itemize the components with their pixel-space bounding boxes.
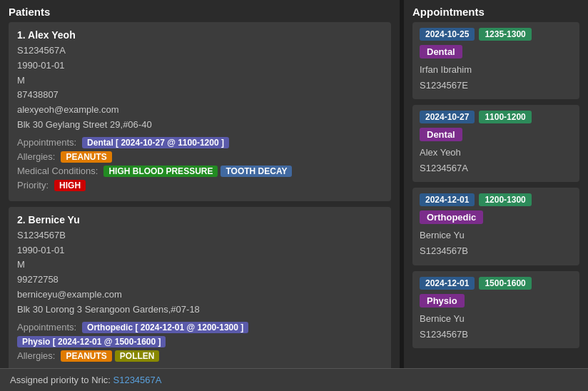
appt-date-3: 2024-12-01	[420, 193, 475, 206]
allergies-label-2: Allergies:	[17, 350, 55, 361]
patient-email-2: berniceyu@example.com	[17, 288, 382, 303]
patient-nric-1: S1234567A	[17, 44, 382, 59]
appointments-panel: Appointments 2024-10-25 1235-1300 Dental…	[404, 0, 588, 368]
patient-dob-2: 1990-01-01	[17, 243, 382, 258]
appointments-header: Appointments	[404, 0, 588, 22]
patient-allergies-field-1: Allergies: PEANUTS	[17, 151, 382, 163]
patient-card-1[interactable]: 1. Alex Yeoh S1234567A 1990-01-01 M 8743…	[9, 22, 391, 201]
patient-gender-1: M	[17, 73, 382, 88]
appointments-label-1: Appointments:	[17, 137, 76, 148]
patients-panel: Patients 1. Alex Yeoh S1234567A 1990-01-…	[0, 0, 400, 368]
appt-date-1: 2024-10-25	[420, 28, 475, 41]
status-text-prefix: Assigned priority to Nric:	[10, 375, 113, 385]
main-area: Patients 1. Alex Yeoh S1234567A 1990-01-…	[0, 0, 588, 368]
patient-priority-field-1: Priority: HIGH	[17, 180, 382, 191]
condition-tag-hbp-1: HIGH BLOOD PRESSURE	[103, 166, 218, 177]
patient-card-2[interactable]: 2. Bernice Yu S1234567B 1990-01-01 M 992…	[9, 207, 391, 368]
priority-label-1: Priority:	[17, 180, 49, 191]
appt-person-name-2: Alex Yeoh	[420, 145, 572, 161]
appt-card-header-1: 2024-10-25 1235-1300	[420, 28, 572, 41]
allergy-tag-peanuts-1: PEANUTS	[61, 151, 111, 163]
appt-time-2: 1100-1200	[479, 111, 531, 123]
appt-person-4: Bernice Yu S1234567B	[420, 311, 572, 342]
status-bar: Assigned priority to Nric: S1234567A	[0, 368, 588, 391]
appt-date-2: 2024-10-27	[420, 111, 475, 123]
patient-dob-1: 1990-01-01	[17, 59, 382, 73]
appt-person-nric-3: S1234567B	[420, 243, 572, 259]
allergy-tag-pollen-2: POLLEN	[115, 350, 160, 362]
appt-person-nric-1: S1234567E	[420, 78, 572, 93]
appt-person-1: Irfan Ibrahim S1234567E	[420, 62, 572, 93]
appointment-tag-1-1: Dental [ 2024-10-27 @ 1100-1200 ]	[82, 137, 229, 148]
patient-appointments-field-2b: Physio [ 2024-12-01 @ 1500-1600 ]	[17, 336, 382, 347]
appt-time-1: 1235-1300	[479, 28, 531, 41]
appt-card-2[interactable]: 2024-10-27 1100-1200 Dental Alex Yeoh S1…	[412, 105, 579, 182]
appt-person-name-1: Irfan Ibrahim	[420, 62, 572, 78]
appt-person-2: Alex Yeoh S1234567A	[420, 145, 572, 176]
condition-tag-tooth-1: TOOTH DECAY	[220, 166, 292, 177]
allergies-label-1: Allergies:	[17, 151, 55, 162]
appt-card-header-2: 2024-10-27 1100-1200	[420, 111, 572, 123]
appointments-scroll[interactable]: 2024-10-25 1235-1300 Dental Irfan Ibrahi…	[404, 22, 588, 368]
appt-card-1[interactable]: 2024-10-25 1235-1300 Dental Irfan Ibrahi…	[412, 22, 579, 99]
patient-info-1: S1234567A 1990-01-01 M 87438807 alexyeoh…	[17, 44, 382, 133]
appt-time-3: 1200-1300	[479, 193, 531, 206]
appt-card-3[interactable]: 2024-12-01 1200-1300 Orthopedic Bernice …	[412, 188, 579, 265]
status-text-highlight: S1234567A	[113, 375, 162, 385]
appt-date-4: 2024-12-01	[420, 277, 475, 290]
allergy-tag-peanuts-2: PEANUTS	[61, 350, 111, 362]
patient-name-1: 1. Alex Yeoh	[17, 29, 382, 41]
patient-nric-2: S1234567B	[17, 228, 382, 243]
appt-person-3: Bernice Yu S1234567B	[420, 228, 572, 259]
patient-name-2: 2. Bernice Yu	[17, 214, 382, 225]
patient-appointments-field-2: Appointments: Orthopedic [ 2024-12-01 @ …	[17, 322, 382, 333]
priority-tag-1: HIGH	[54, 180, 86, 191]
patient-gender-2: M	[17, 258, 382, 273]
appointment-tag-2-2: Physio [ 2024-12-01 @ 1500-1600 ]	[17, 336, 166, 347]
patients-header: Patients	[0, 0, 400, 22]
appointment-tag-2-1: Orthopedic [ 2024-12-01 @ 1200-1300 ]	[82, 322, 248, 333]
appointments-label-2: Appointments:	[17, 322, 76, 332]
patient-address-2: Blk 30 Lorong 3 Serangoon Gardens,#07-18	[17, 303, 382, 318]
patient-appointments-field-1: Appointments: Dental [ 2024-10-27 @ 1100…	[17, 137, 382, 148]
appt-type-4: Physio	[420, 294, 465, 308]
appt-person-name-3: Bernice Yu	[420, 228, 572, 243]
appt-type-3: Orthopedic	[420, 210, 483, 224]
patient-allergies-field-2: Allergies: PEANUTS POLLEN	[17, 350, 382, 362]
patients-scroll[interactable]: 1. Alex Yeoh S1234567A 1990-01-01 M 8743…	[0, 22, 400, 368]
appt-person-nric-2: S1234567A	[420, 161, 572, 176]
patient-email-1: alexyeoh@example.com	[17, 103, 382, 118]
appt-person-nric-4: S1234567B	[420, 327, 572, 342]
patient-conditions-field-1: Medical Conditions: HIGH BLOOD PRESSURE …	[17, 166, 382, 177]
patient-phone-2: 99272758	[17, 273, 382, 288]
appt-person-name-4: Bernice Yu	[420, 311, 572, 327]
appt-time-4: 1500-1600	[479, 277, 531, 290]
patient-phone-1: 87438807	[17, 88, 382, 103]
patient-info-2: S1234567B 1990-01-01 M 99272758 bernicey…	[17, 228, 382, 318]
appt-card-4[interactable]: 2024-12-01 1500-1600 Physio Bernice Yu S…	[412, 271, 579, 348]
patient-address-1: Blk 30 Geylang Street 29,#06-40	[17, 118, 382, 133]
appt-type-2: Dental	[420, 128, 462, 141]
conditions-label-1: Medical Conditions:	[17, 166, 98, 176]
appt-card-header-4: 2024-12-01 1500-1600	[420, 277, 572, 290]
appt-type-1: Dental	[420, 45, 462, 59]
appt-card-header-3: 2024-12-01 1200-1300	[420, 193, 572, 206]
